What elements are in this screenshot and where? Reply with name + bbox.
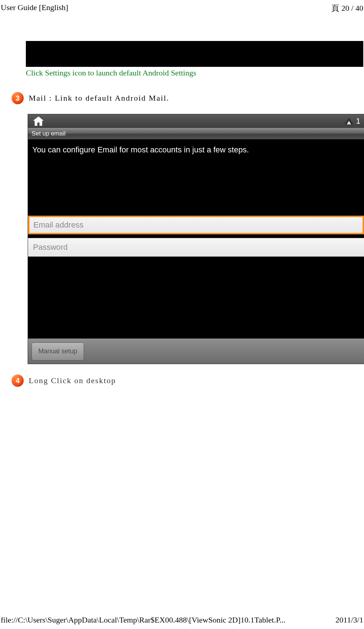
home-icon[interactable] — [33, 116, 44, 126]
page-content: Click Settings icon to launch default An… — [0, 41, 364, 387]
page-header: User Guide [English] 頁 20 / 40 — [0, 0, 364, 14]
android-screenshot: 1 Set up email You can configure Email f… — [28, 114, 364, 364]
android-instruction: You can configure Email for most account… — [28, 139, 364, 160]
bullet-badge-4: 4 — [11, 375, 24, 387]
android-buttonbar: Manual setup — [28, 339, 364, 364]
black-image-bar — [26, 41, 363, 67]
page-footer: file://C:\Users\Suger\AppData\Local\Temp… — [0, 615, 364, 625]
android-titlebar: Set up email — [28, 128, 364, 139]
email-field[interactable]: Email address — [28, 216, 364, 234]
spacer — [28, 160, 364, 216]
email-placeholder: Email address — [33, 220, 83, 230]
android-statusbar: 1 — [28, 114, 364, 128]
bullet-3-row: 3 Mail : Link to default Android Mail. — [11, 92, 364, 104]
bullet-4-row: 4 Long Click on desktop — [11, 375, 364, 387]
status-icons: 1 — [345, 116, 361, 126]
footer-date: 2011/3/1 — [336, 615, 363, 625]
password-field[interactable]: Password — [28, 238, 364, 257]
bullet-4-text: Long Click on desktop — [29, 376, 116, 385]
password-placeholder: Password — [33, 243, 68, 252]
page-indicator: 頁 20 / 40 — [331, 3, 364, 14]
manual-setup-button[interactable]: Manual setup — [32, 343, 84, 361]
spacer — [28, 260, 364, 339]
clock-digit: 1 — [356, 116, 360, 126]
bullet-badge-3: 3 — [11, 92, 24, 104]
doc-title: User Guide [English] — [0, 3, 68, 14]
settings-note: Click Settings icon to launch default An… — [26, 68, 364, 78]
bullet-3-text: Mail : Link to default Android Mail. — [29, 93, 169, 103]
wifi-icon — [345, 118, 353, 124]
footer-path: file://C:\Users\Suger\AppData\Local\Temp… — [1, 615, 285, 625]
